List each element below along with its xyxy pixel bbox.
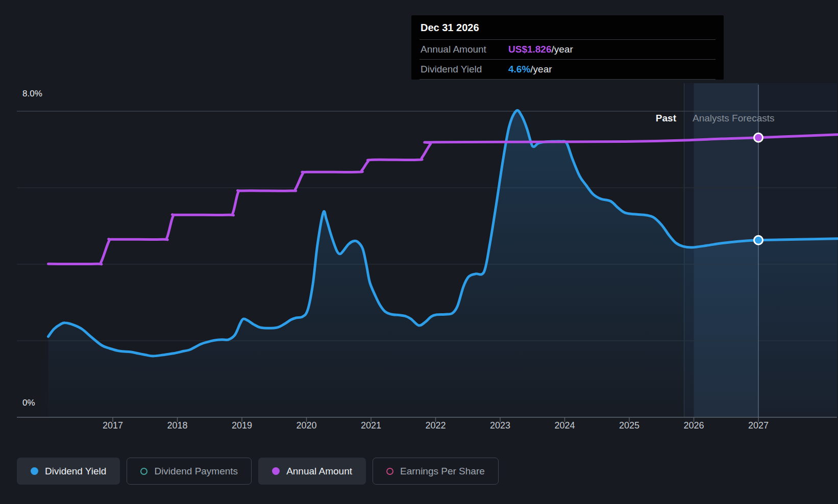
ring-dot-icon bbox=[386, 468, 393, 475]
tooltip-row-suffix: /year bbox=[552, 44, 573, 55]
y-axis-label-bottom: 0% bbox=[22, 398, 35, 408]
x-axis-label-2019: 2019 bbox=[211, 420, 273, 431]
dividend-yield-marker[interactable] bbox=[754, 236, 763, 244]
x-axis-label-2026: 2026 bbox=[663, 420, 725, 431]
tooltip-row-dividend-yield: Dividend Yield4.6%/year bbox=[420, 59, 716, 80]
tooltip-date: Dec 31 2026 bbox=[420, 15, 716, 39]
legend-button-earnings-per-share[interactable]: Earnings Per Share bbox=[373, 458, 499, 485]
x-axis-label-2018: 2018 bbox=[147, 420, 208, 431]
legend-label: Annual Amount bbox=[286, 466, 352, 477]
ring-dot-icon bbox=[140, 468, 147, 475]
chart-legend: Dividend YieldDividend PaymentsAnnual Am… bbox=[17, 458, 499, 485]
x-axis-label-2027: 2027 bbox=[728, 420, 789, 431]
filled-dot-icon bbox=[31, 467, 38, 475]
annual-amount-marker[interactable] bbox=[754, 133, 763, 142]
legend-button-dividend-yield[interactable]: Dividend Yield bbox=[17, 458, 120, 485]
x-axis-label-2025: 2025 bbox=[599, 420, 660, 431]
y-axis-label-top: 8.0% bbox=[22, 89, 42, 99]
x-axis-label-2023: 2023 bbox=[470, 420, 531, 431]
x-axis-label-2017: 2017 bbox=[82, 420, 143, 431]
legend-label: Dividend Payments bbox=[154, 466, 238, 477]
tooltip-row-value: 4.6% bbox=[508, 64, 530, 75]
tooltip-row-value: US$1.826 bbox=[508, 44, 552, 55]
x-axis-label-2022: 2022 bbox=[405, 420, 466, 431]
tooltip-row-label: Dividend Yield bbox=[421, 64, 508, 75]
chart-tooltip: Dec 31 2026 Annual AmountUS$1.826/yearDi… bbox=[411, 15, 724, 80]
legend-button-dividend-payments[interactable]: Dividend Payments bbox=[127, 458, 252, 485]
legend-label: Earnings Per Share bbox=[400, 466, 485, 477]
tooltip-row-annual-amount: Annual AmountUS$1.826/year bbox=[420, 39, 716, 59]
x-axis-label-2021: 2021 bbox=[340, 420, 402, 431]
x-axis-label-2024: 2024 bbox=[534, 420, 596, 431]
tooltip-row-label: Annual Amount bbox=[421, 44, 508, 55]
tooltip-row-suffix: /year bbox=[530, 64, 552, 75]
x-axis-label-2020: 2020 bbox=[276, 420, 337, 431]
legend-button-annual-amount[interactable]: Annual Amount bbox=[258, 458, 366, 485]
forecast-zone-label: Analysts Forecasts bbox=[693, 113, 825, 124]
legend-label: Dividend Yield bbox=[45, 466, 106, 477]
past-zone-label: Past bbox=[601, 113, 676, 124]
filled-dot-icon bbox=[272, 467, 280, 475]
